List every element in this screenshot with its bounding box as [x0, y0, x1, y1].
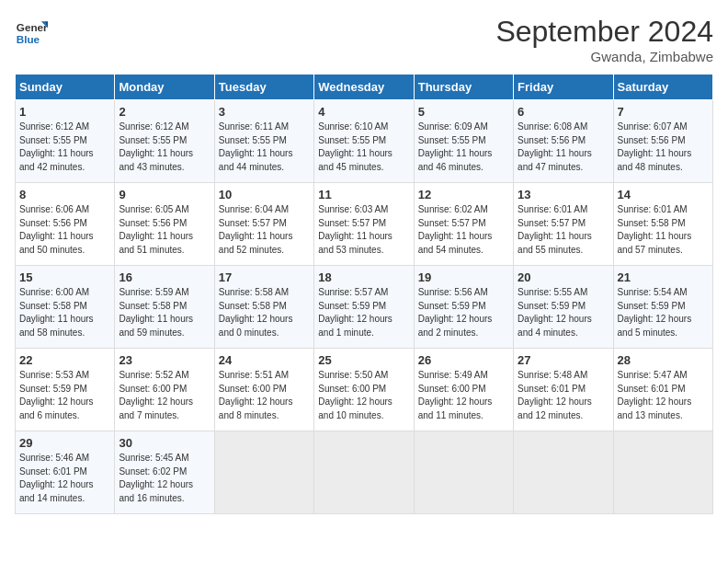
day-info: Sunrise: 6:09 AMSunset: 5:55 PMDaylight:… [418, 121, 509, 174]
day-number: 4 [318, 105, 409, 119]
logo: General Blue [15, 15, 48, 48]
calendar-header: SundayMondayTuesdayWednesdayThursdayFrid… [16, 75, 713, 100]
day-number: 11 [318, 188, 409, 201]
day-number: 18 [318, 270, 409, 284]
day-number: 3 [219, 105, 310, 119]
day-info: Sunrise: 6:10 AMSunset: 5:55 PMDaylight:… [318, 121, 409, 174]
calendar-cell: 17Sunrise: 5:58 AMSunset: 5:58 PMDayligh… [214, 266, 313, 349]
day-info: Sunrise: 6:01 AMSunset: 5:57 PMDaylight:… [518, 203, 609, 257]
calendar-cell [414, 431, 513, 514]
calendar-cell: 10Sunrise: 6:04 AMSunset: 5:57 PMDayligh… [214, 183, 313, 266]
calendar-cell: 6Sunrise: 6:08 AMSunset: 5:56 PMDaylight… [514, 100, 613, 183]
day-info: Sunrise: 5:58 AMSunset: 5:58 PMDaylight:… [219, 286, 310, 339]
calendar-week-row: 15Sunrise: 6:00 AMSunset: 5:58 PMDayligh… [16, 266, 713, 349]
calendar-cell: 1Sunrise: 6:12 AMSunset: 5:55 PMDaylight… [16, 100, 115, 183]
weekday-header: Sunday [16, 75, 115, 100]
day-info: Sunrise: 6:07 AMSunset: 5:56 PMDaylight:… [618, 121, 709, 174]
day-number: 10 [219, 188, 310, 201]
calendar-cell: 7Sunrise: 6:07 AMSunset: 5:56 PMDaylight… [613, 100, 712, 183]
day-number: 5 [418, 105, 509, 119]
day-number: 30 [119, 436, 210, 450]
day-number: 13 [518, 188, 609, 201]
day-number: 23 [119, 353, 210, 367]
day-number: 6 [518, 105, 609, 119]
logo-icon: General Blue [15, 15, 48, 48]
day-info: Sunrise: 5:51 AMSunset: 6:00 PMDaylight:… [219, 369, 310, 422]
calendar-cell: 9Sunrise: 6:05 AMSunset: 5:56 PMDaylight… [115, 183, 214, 266]
day-info: Sunrise: 6:12 AMSunset: 5:55 PMDaylight:… [19, 121, 110, 174]
calendar-cell: 12Sunrise: 6:02 AMSunset: 5:57 PMDayligh… [414, 183, 513, 266]
day-info: Sunrise: 6:00 AMSunset: 5:58 PMDaylight:… [19, 286, 110, 339]
day-info: Sunrise: 5:45 AMSunset: 6:02 PMDaylight:… [119, 452, 210, 505]
day-info: Sunrise: 5:50 AMSunset: 6:00 PMDaylight:… [318, 369, 409, 422]
day-info: Sunrise: 6:05 AMSunset: 5:56 PMDaylight:… [119, 203, 210, 257]
day-info: Sunrise: 6:03 AMSunset: 5:57 PMDaylight:… [318, 203, 409, 257]
calendar-cell: 26Sunrise: 5:49 AMSunset: 6:00 PMDayligh… [414, 349, 513, 431]
weekday-header: Saturday [613, 75, 712, 100]
calendar-body: 1Sunrise: 6:12 AMSunset: 5:55 PMDaylight… [16, 100, 713, 514]
day-number: 26 [418, 353, 509, 367]
day-info: Sunrise: 5:59 AMSunset: 5:58 PMDaylight:… [119, 286, 210, 339]
weekday-header: Thursday [414, 75, 513, 100]
day-number: 16 [119, 270, 210, 284]
calendar-week-row: 1Sunrise: 6:12 AMSunset: 5:55 PMDaylight… [16, 100, 713, 183]
day-number: 1 [19, 105, 110, 119]
calendar-week-row: 29Sunrise: 5:46 AMSunset: 6:01 PMDayligh… [16, 431, 713, 514]
day-number: 17 [219, 270, 310, 284]
day-info: Sunrise: 6:12 AMSunset: 5:55 PMDaylight:… [119, 121, 210, 174]
calendar-cell: 18Sunrise: 5:57 AMSunset: 5:59 PMDayligh… [314, 266, 414, 349]
page-header: General Blue September 2024 Gwanda, Zimb… [15, 15, 713, 64]
day-info: Sunrise: 5:56 AMSunset: 5:59 PMDaylight:… [418, 286, 509, 339]
calendar-cell: 4Sunrise: 6:10 AMSunset: 5:55 PMDaylight… [314, 100, 414, 183]
day-info: Sunrise: 6:11 AMSunset: 5:55 PMDaylight:… [219, 121, 310, 174]
day-number: 27 [518, 353, 609, 367]
calendar-cell [514, 431, 613, 514]
calendar-cell: 20Sunrise: 5:55 AMSunset: 5:59 PMDayligh… [514, 266, 613, 349]
calendar-cell: 21Sunrise: 5:54 AMSunset: 5:59 PMDayligh… [613, 266, 712, 349]
calendar-cell: 2Sunrise: 6:12 AMSunset: 5:55 PMDaylight… [115, 100, 214, 183]
day-number: 9 [119, 188, 210, 201]
calendar-cell [214, 431, 313, 514]
calendar-week-row: 22Sunrise: 5:53 AMSunset: 5:59 PMDayligh… [16, 349, 713, 431]
day-info: Sunrise: 5:48 AMSunset: 6:01 PMDaylight:… [518, 369, 609, 422]
calendar-table: SundayMondayTuesdayWednesdayThursdayFrid… [15, 74, 713, 514]
day-number: 24 [219, 353, 310, 367]
day-number: 7 [618, 105, 709, 119]
day-number: 28 [618, 353, 709, 367]
day-number: 12 [418, 188, 509, 201]
calendar-cell: 30Sunrise: 5:45 AMSunset: 6:02 PMDayligh… [115, 431, 214, 514]
calendar-cell: 11Sunrise: 6:03 AMSunset: 5:57 PMDayligh… [314, 183, 414, 266]
day-info: Sunrise: 6:01 AMSunset: 5:58 PMDaylight:… [618, 203, 709, 257]
day-number: 8 [19, 188, 110, 201]
calendar-cell: 29Sunrise: 5:46 AMSunset: 6:01 PMDayligh… [16, 431, 115, 514]
calendar-cell: 27Sunrise: 5:48 AMSunset: 6:01 PMDayligh… [514, 349, 613, 431]
day-info: Sunrise: 5:52 AMSunset: 6:00 PMDaylight:… [119, 369, 210, 422]
calendar-cell [314, 431, 414, 514]
calendar-cell: 22Sunrise: 5:53 AMSunset: 5:59 PMDayligh… [16, 349, 115, 431]
day-info: Sunrise: 5:57 AMSunset: 5:59 PMDaylight:… [318, 286, 409, 339]
calendar-cell: 3Sunrise: 6:11 AMSunset: 5:55 PMDaylight… [214, 100, 313, 183]
calendar-cell: 15Sunrise: 6:00 AMSunset: 5:58 PMDayligh… [16, 266, 115, 349]
calendar-cell: 19Sunrise: 5:56 AMSunset: 5:59 PMDayligh… [414, 266, 513, 349]
calendar-week-row: 8Sunrise: 6:06 AMSunset: 5:56 PMDaylight… [16, 183, 713, 266]
day-info: Sunrise: 5:47 AMSunset: 6:01 PMDaylight:… [618, 369, 709, 422]
day-info: Sunrise: 5:49 AMSunset: 6:00 PMDaylight:… [418, 369, 509, 422]
day-info: Sunrise: 6:04 AMSunset: 5:57 PMDaylight:… [219, 203, 310, 257]
location: Gwanda, Zimbabwe [495, 49, 713, 64]
weekday-header: Tuesday [214, 75, 313, 100]
calendar-cell: 14Sunrise: 6:01 AMSunset: 5:58 PMDayligh… [613, 183, 712, 266]
day-number: 2 [119, 105, 210, 119]
weekday-header: Wednesday [314, 75, 414, 100]
calendar-cell: 16Sunrise: 5:59 AMSunset: 5:58 PMDayligh… [115, 266, 214, 349]
calendar-cell: 5Sunrise: 6:09 AMSunset: 5:55 PMDaylight… [414, 100, 513, 183]
calendar-cell: 28Sunrise: 5:47 AMSunset: 6:01 PMDayligh… [613, 349, 712, 431]
weekday-header: Monday [115, 75, 214, 100]
weekday-header: Friday [514, 75, 613, 100]
calendar-cell: 25Sunrise: 5:50 AMSunset: 6:00 PMDayligh… [314, 349, 414, 431]
day-number: 21 [618, 270, 709, 284]
weekday-row: SundayMondayTuesdayWednesdayThursdayFrid… [16, 75, 713, 100]
day-info: Sunrise: 5:55 AMSunset: 5:59 PMDaylight:… [518, 286, 609, 339]
day-info: Sunrise: 5:53 AMSunset: 5:59 PMDaylight:… [19, 369, 110, 422]
day-info: Sunrise: 6:06 AMSunset: 5:56 PMDaylight:… [19, 203, 110, 257]
day-number: 19 [418, 270, 509, 284]
